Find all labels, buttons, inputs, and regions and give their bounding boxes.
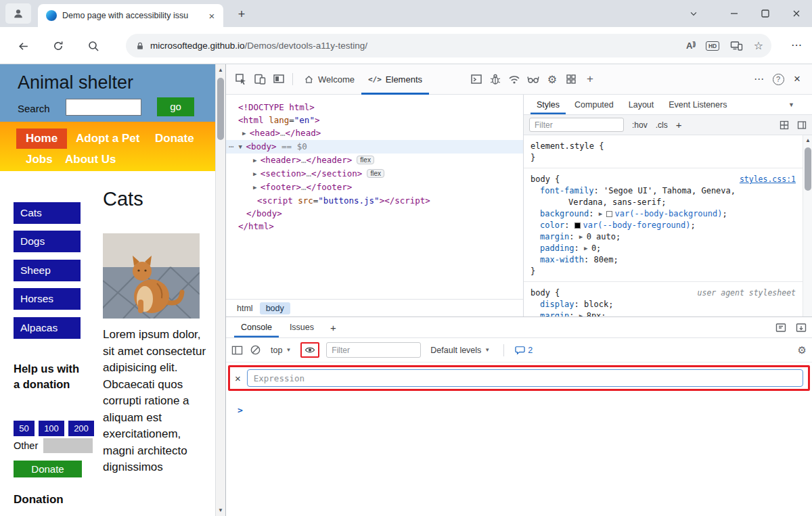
- body-style-block[interactable]: body {styles.css:1font-family: 'Segoe UI…: [524, 168, 803, 282]
- favorites-star-icon[interactable]: ☆: [754, 39, 763, 52]
- tab-computed[interactable]: Computed: [568, 95, 620, 114]
- styles-tabs-chevron-icon[interactable]: ▼: [788, 101, 794, 108]
- devtools-help-icon[interactable]: ?: [769, 70, 788, 89]
- hd-icon[interactable]: HD: [706, 41, 719, 51]
- styles-rules[interactable]: element.style {} body {styles.css:1font-…: [524, 135, 803, 316]
- issues-counter[interactable]: 2: [515, 346, 533, 355]
- live-expression-input[interactable]: [247, 369, 803, 387]
- search-icon[interactable]: [85, 38, 102, 54]
- amount-200-button[interactable]: 200: [68, 421, 94, 436]
- nav-adopt-a-pet[interactable]: Adopt a Pet: [76, 132, 139, 145]
- send-to-devices-icon[interactable]: [730, 40, 743, 51]
- new-tab-button[interactable]: +: [233, 6, 250, 22]
- element-style-block[interactable]: element.style {}: [524, 135, 803, 168]
- tab-elements[interactable]: </> Elements: [361, 64, 429, 95]
- profile-button[interactable]: [5, 3, 31, 24]
- user-agent-style-block[interactable]: body {user agent stylesheetdisplay: bloc…: [524, 282, 803, 316]
- execution-context-select[interactable]: top▼: [268, 346, 294, 355]
- tab-elements-label: Elements: [386, 74, 422, 85]
- expand-drawer-icon[interactable]: [796, 323, 807, 333]
- network-wifi-icon[interactable]: [505, 70, 524, 89]
- console-tool-icon[interactable]: [467, 70, 486, 89]
- nav-home[interactable]: Home: [16, 128, 67, 149]
- close-button[interactable]: [781, 0, 812, 27]
- inspect-icon[interactable]: [231, 70, 250, 89]
- toggle-screencast-icon[interactable]: [269, 70, 288, 89]
- dom-tree-pane[interactable]: <!DOCTYPE html><html lang="en">▶ <head>……: [226, 95, 523, 316]
- create-live-expression-eye-icon[interactable]: [304, 345, 316, 355]
- dock-panel-icon[interactable]: [775, 323, 786, 333]
- devtools-more-menu-icon[interactable]: ⋯: [750, 70, 769, 89]
- debugger-bug-icon[interactable]: [486, 70, 505, 89]
- device-emulation-icon[interactable]: [250, 70, 269, 89]
- styles-sidebar: Styles Computed Layout Event Listeners ▼…: [523, 95, 812, 316]
- cls-button[interactable]: .cls: [656, 120, 668, 130]
- category-alpacas-button[interactable]: Alpacas: [14, 317, 81, 339]
- browser-tab[interactable]: Demo page with accessibility issu ×: [38, 4, 223, 27]
- styles-filter-input[interactable]: [529, 118, 624, 132]
- other-amount-input[interactable]: [43, 438, 93, 453]
- breadcrumb-html[interactable]: html: [233, 302, 257, 314]
- lock-icon: [135, 41, 145, 51]
- settings-more-icon[interactable]: ⋯: [791, 39, 803, 51]
- console-filter-input[interactable]: [326, 342, 421, 358]
- address-bar[interactable]: microsoftedge.github.io/Demos/devtools-a…: [126, 34, 771, 57]
- category-sheep-button[interactable]: Sheep: [14, 260, 81, 281]
- back-button[interactable]: [15, 38, 31, 54]
- computed-sidebar-icon[interactable]: [797, 120, 807, 130]
- tab-layout[interactable]: Layout: [623, 95, 660, 114]
- donate-button[interactable]: Donate: [14, 461, 82, 477]
- tab-issues[interactable]: Issues: [283, 317, 321, 337]
- styles-scrollbar-thumb[interactable]: [805, 147, 811, 191]
- styles-scroll-up-icon[interactable]: ▲: [803, 137, 812, 143]
- more-tools-plus-icon[interactable]: +: [581, 70, 600, 89]
- read-aloud-icon[interactable]: A)): [686, 41, 695, 51]
- cats-heading: Cats: [103, 188, 143, 210]
- scroll-down-icon[interactable]: ▼: [216, 507, 225, 513]
- refresh-button[interactable]: [50, 38, 66, 54]
- hov-button[interactable]: :hov: [632, 120, 648, 130]
- tab-welcome[interactable]: Welcome: [297, 64, 361, 95]
- tab-console[interactable]: Console: [234, 317, 279, 337]
- css-overview-glasses-icon[interactable]: [524, 70, 543, 89]
- clear-console-icon[interactable]: [250, 344, 261, 356]
- url-text: microsoftedge.github.io/Demos/devtools-a…: [150, 41, 367, 51]
- default-levels-select[interactable]: Default levels▼: [428, 346, 493, 355]
- category-dogs-button[interactable]: Dogs: [14, 231, 81, 252]
- tab-event-listeners[interactable]: Event Listeners: [662, 95, 733, 114]
- console-sidebar-icon[interactable]: [231, 345, 243, 356]
- tab-styles[interactable]: Styles: [531, 95, 566, 114]
- console-settings-gear-icon[interactable]: ⚙: [798, 344, 807, 356]
- elements-panel: <!DOCTYPE html><html lang="en">▶ <head>……: [226, 95, 812, 316]
- remove-expression-icon[interactable]: ×: [235, 373, 241, 384]
- window-controls: [678, 0, 812, 27]
- site-search-input[interactable]: [66, 99, 141, 116]
- console-add-tab-icon[interactable]: +: [325, 317, 342, 337]
- amount-50-button[interactable]: 50: [14, 421, 35, 436]
- settings-gear-tool-icon[interactable]: ⚙: [543, 70, 562, 89]
- console-tabs: Console Issues +: [226, 317, 812, 338]
- category-cats-button[interactable]: Cats: [14, 202, 81, 224]
- nav-donate[interactable]: Donate: [155, 132, 194, 145]
- minimize-button[interactable]: [719, 0, 750, 27]
- element-state-grid-icon[interactable]: [780, 120, 789, 130]
- tab-title: Demo page with accessibility issu: [62, 11, 198, 20]
- console-prompt[interactable]: >: [238, 405, 243, 415]
- tab-close-icon[interactable]: ×: [206, 10, 218, 22]
- scrollbar-thumb[interactable]: [217, 78, 224, 140]
- breadcrumb-body[interactable]: body: [260, 302, 290, 314]
- dom-tree[interactable]: <!DOCTYPE html><html lang="en">▶ <head>……: [226, 95, 523, 299]
- scroll-up-icon[interactable]: ▲: [216, 67, 225, 73]
- maximize-button[interactable]: [750, 0, 781, 27]
- styles-scrollbar[interactable]: ▲: [803, 135, 812, 316]
- page-scrollbar[interactable]: ▲ ▼: [215, 64, 225, 516]
- devtools-close-icon[interactable]: ×: [788, 70, 807, 89]
- nav-jobs[interactable]: Jobs: [26, 153, 53, 166]
- new-style-rule-icon[interactable]: +: [676, 119, 682, 131]
- amount-100-button[interactable]: 100: [39, 421, 64, 436]
- nav-about-us[interactable]: About Us: [65, 153, 116, 166]
- application-grid-icon[interactable]: [562, 70, 581, 89]
- chevron-down-icon[interactable]: [678, 0, 709, 27]
- go-button[interactable]: go: [157, 97, 194, 116]
- category-horses-button[interactable]: Horses: [14, 288, 81, 310]
